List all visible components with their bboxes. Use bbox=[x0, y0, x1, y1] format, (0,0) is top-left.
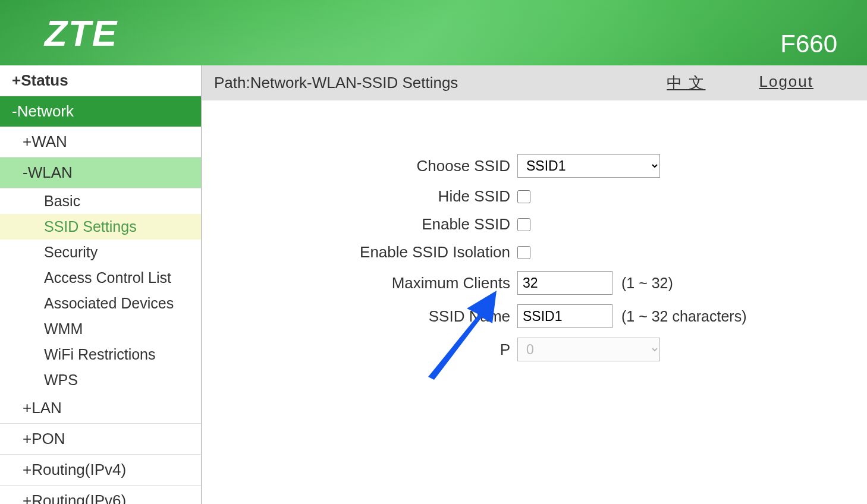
sidebar-nav: +Status -Network +WAN -WLAN Basic SSID S… bbox=[0, 65, 202, 504]
sidebar-item-status[interactable]: +Status bbox=[0, 65, 201, 96]
content-area: Choose SSID SSID1 Hide SSID Enable SSID bbox=[202, 100, 867, 504]
enable-ssid-checkbox[interactable] bbox=[517, 218, 530, 231]
ssid-name-input[interactable] bbox=[517, 304, 612, 328]
sidebar-item-wps[interactable]: WPS bbox=[0, 367, 201, 393]
breadcrumb-bar: Path:Network-WLAN-SSID Settings 中 文 Logo… bbox=[202, 65, 867, 100]
sidebar-item-wmm[interactable]: WMM bbox=[0, 316, 201, 342]
header-banner: ZTE F660 bbox=[0, 0, 867, 65]
brand-logo: ZTE bbox=[45, 12, 118, 54]
sidebar-item-associated-devices[interactable]: Associated Devices bbox=[0, 291, 201, 316]
model-number: F660 bbox=[780, 30, 837, 58]
choose-ssid-label: Choose SSID bbox=[226, 157, 517, 175]
max-clients-label: Maximum Clients bbox=[226, 274, 517, 292]
sidebar-item-pon[interactable]: +PON bbox=[0, 424, 201, 455]
sidebar-item-ssid-settings[interactable]: SSID Settings bbox=[0, 214, 201, 240]
sidebar-item-basic[interactable]: Basic bbox=[0, 188, 201, 214]
ssid-name-hint: (1 ~ 32 characters) bbox=[621, 308, 747, 325]
sidebar-item-wlan[interactable]: -WLAN bbox=[0, 158, 201, 188]
hide-ssid-label: Hide SSID bbox=[226, 187, 517, 206]
breadcrumb-path: Path:Network-WLAN-SSID Settings bbox=[214, 74, 458, 92]
sidebar-item-network[interactable]: -Network bbox=[0, 96, 201, 127]
arrow-annotation-icon bbox=[422, 285, 500, 380]
max-clients-input[interactable] bbox=[517, 271, 612, 295]
hide-ssid-checkbox[interactable] bbox=[517, 190, 530, 203]
enable-isolation-label: Enable SSID Isolation bbox=[226, 243, 517, 262]
choose-ssid-select[interactable]: SSID1 bbox=[517, 154, 660, 178]
sidebar-item-wifi-restrictions[interactable]: WiFi Restrictions bbox=[0, 342, 201, 367]
sidebar-item-routing-ipv4[interactable]: +Routing(IPv4) bbox=[0, 455, 201, 486]
enable-ssid-label: Enable SSID bbox=[226, 215, 517, 234]
sidebar-item-routing-ipv6[interactable]: +Routing(IPv6) bbox=[0, 486, 201, 504]
language-link[interactable]: 中 文 bbox=[667, 73, 705, 93]
priority-label: P bbox=[226, 341, 517, 359]
sidebar-item-acl[interactable]: Access Control List bbox=[0, 265, 201, 291]
logout-link[interactable]: Logout bbox=[759, 73, 813, 93]
sidebar-item-wan[interactable]: +WAN bbox=[0, 127, 201, 158]
enable-isolation-checkbox[interactable] bbox=[517, 246, 530, 259]
priority-select[interactable]: 0 bbox=[517, 338, 660, 361]
sidebar-item-security[interactable]: Security bbox=[0, 240, 201, 265]
max-clients-hint: (1 ~ 32) bbox=[621, 275, 673, 292]
sidebar-item-lan[interactable]: +LAN bbox=[0, 393, 201, 424]
ssid-name-label: SSID Name bbox=[226, 307, 517, 326]
